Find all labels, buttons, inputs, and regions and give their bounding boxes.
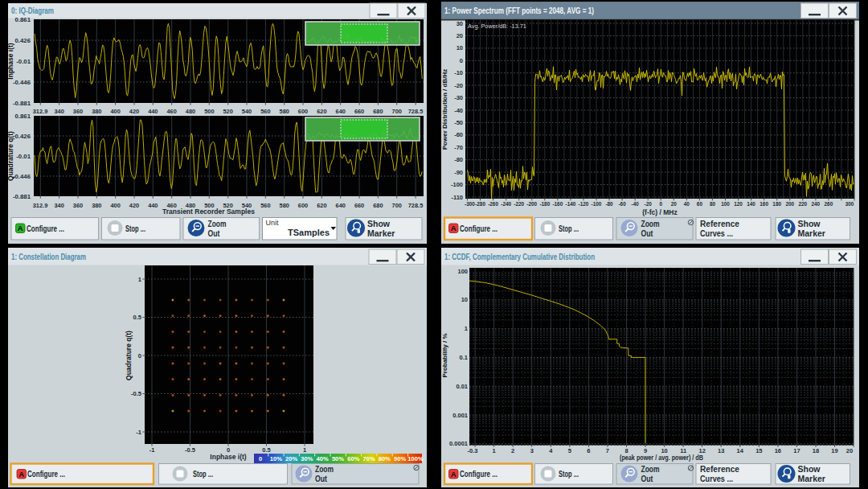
svg-text:Reference: Reference [700,219,739,228]
svg-text:660: 660 [354,108,364,115]
svg-text:-140: -140 [566,201,576,207]
svg-text:200: 200 [785,201,794,207]
svg-text:-180: -180 [539,201,550,207]
svg-text:Show: Show [798,219,821,228]
svg-text:Curves ...: Curves ... [700,474,733,483]
svg-text:Curves ...: Curves ... [700,228,733,238]
svg-text:(f-fc) / MHz: (f-fc) / MHz [642,208,677,216]
svg-text:420: 420 [129,108,139,115]
svg-text:420: 420 [129,202,139,209]
svg-text:340: 340 [54,202,63,209]
svg-text:7: 7 [606,447,609,454]
svg-text:20: 20 [671,201,678,207]
svg-text:728.5: 728.5 [408,202,424,209]
svg-text:(peak power / avg. power) / dB: (peak power / avg. power) / dB [620,454,703,462]
svg-text:0: 0 [460,57,463,64]
svg-text:2: 2 [511,447,514,454]
svg-text:-0.881: -0.881 [13,100,31,107]
svg-text:Reference: Reference [700,464,739,474]
svg-text:-80: -80 [454,156,463,163]
svg-text:0.01: 0.01 [456,383,468,390]
svg-text:440: 440 [148,202,158,209]
svg-text:Probability / %: Probability / % [441,333,448,377]
svg-text:Configure ...: Configure ... [460,224,497,233]
svg-text:Out: Out [641,228,653,238]
svg-text:-200: -200 [526,201,537,207]
svg-text:0.426: 0.426 [14,37,31,44]
svg-text:0.861: 0.861 [14,113,31,120]
svg-text:700: 700 [392,108,402,115]
svg-text:Marker: Marker [367,228,395,238]
svg-text:0.001: 0.001 [452,412,468,419]
svg-text:Zoom: Zoom [641,219,660,228]
svg-text:0.0001: 0.0001 [449,440,468,447]
svg-text:160: 160 [760,201,768,207]
svg-text:-0.5: -0.5 [131,390,141,397]
svg-text:0: IQ-Diagram: 0: IQ-Diagram [11,6,54,15]
svg-text:440: 440 [148,108,158,115]
svg-text:-90: -90 [454,169,463,176]
svg-text:5: 5 [568,447,571,454]
svg-text:0: 0 [138,352,141,360]
svg-text:620: 620 [317,108,326,115]
svg-text:3: 3 [530,447,534,454]
svg-text:90%: 90% [394,455,406,462]
svg-text:560: 560 [260,108,270,115]
svg-text:-70: -70 [454,144,463,151]
svg-text:A: A [451,470,457,479]
svg-text:50%: 50% [332,455,344,462]
svg-text:-110: -110 [451,194,463,201]
svg-text:Configure ...: Configure ... [460,469,497,479]
svg-text:640: 640 [336,108,346,115]
svg-text:Marker: Marker [798,474,825,483]
svg-text:10: 10 [457,44,463,51]
svg-text:500: 500 [204,108,214,115]
svg-text:-0.446: -0.446 [13,173,31,180]
svg-text:660: 660 [354,202,364,209]
svg-text:Stop ...: Stop ... [559,224,579,233]
svg-text:1: 1 [303,446,306,454]
svg-text:700: 700 [392,202,402,209]
svg-text:0.426: 0.426 [14,133,31,140]
svg-text:20%: 20% [285,455,297,462]
svg-text:80%: 80% [379,455,391,462]
svg-text:Inphase i(t): Inphase i(t) [8,43,14,80]
svg-text:1: Power Spectrum (FFT points: 1: Power Spectrum (FFT points = 2048, AV… [444,6,594,15]
svg-text:Stop ...: Stop ... [559,469,579,479]
svg-text:360: 360 [73,202,83,209]
svg-text:0.861: 0.861 [14,16,31,23]
svg-text:-260: -260 [488,201,498,207]
svg-text:A: A [18,470,24,479]
svg-text:Marker: Marker [798,228,825,238]
svg-text:0: 0 [659,201,662,207]
svg-text:Configure ...: Configure ... [27,224,64,233]
svg-text:-60: -60 [618,201,626,207]
svg-text:-50: -50 [454,119,463,126]
svg-text:10%: 10% [270,455,282,462]
svg-text:260: 260 [825,201,833,207]
svg-text:460: 460 [166,108,176,115]
svg-text:100%: 100% [407,455,424,462]
svg-text:Quadrature q(t): Quadrature q(t) [125,331,133,380]
svg-text:0: 0 [259,455,262,462]
svg-text:16: 16 [775,447,781,454]
svg-text:580: 580 [280,202,289,209]
svg-text:-300: -300 [465,201,475,207]
svg-text:19: 19 [831,447,837,454]
svg-text:-100: -100 [451,181,463,188]
svg-text:400: 400 [110,202,120,209]
svg-text:13: 13 [718,447,724,454]
svg-text:0.5: 0.5 [133,314,141,321]
svg-text:728.5: 728.5 [408,108,424,115]
svg-text:Stop ...: Stop ... [193,469,213,479]
svg-text:-100: -100 [592,201,602,207]
svg-text:312.9: 312.9 [33,108,48,115]
svg-text:220: 220 [798,201,807,207]
svg-text:580: 580 [280,108,289,115]
svg-text:Zoom: Zoom [208,219,227,228]
svg-text:-0.01: -0.01 [16,153,31,160]
svg-text:520: 520 [223,108,233,115]
svg-text:-160: -160 [552,201,563,207]
svg-text:680: 680 [373,108,383,115]
svg-text:Stop ...: Stop ... [125,224,145,233]
